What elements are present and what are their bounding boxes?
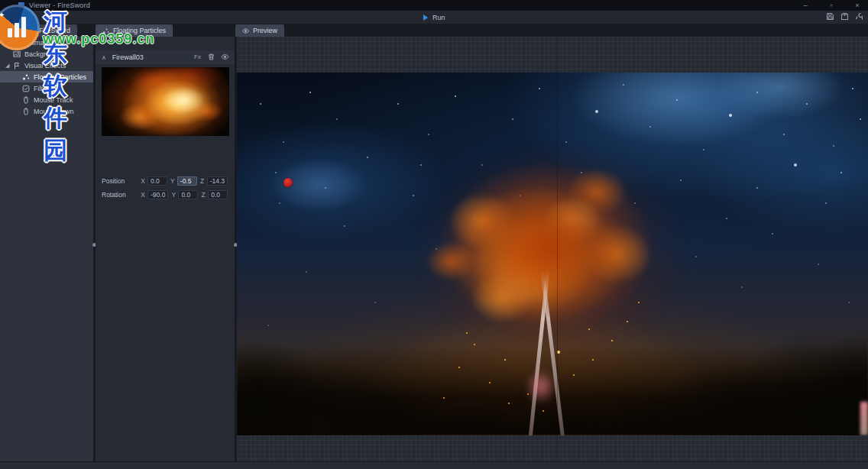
scene-render-fire-bonfire <box>237 73 868 435</box>
axis-x-label: X <box>140 177 146 185</box>
axis-z-label: Z <box>199 177 206 185</box>
tree-item-filter[interactable]: Filter <box>0 82 93 94</box>
layer-actions: Fx <box>193 53 229 61</box>
tree-item-animation[interactable]: Animation <box>0 37 93 48</box>
tree-item-label: Mouse Down <box>34 108 74 115</box>
layer-thumbnail[interactable] <box>102 67 229 136</box>
tab-floating-particles[interactable]: Floating Particles <box>96 24 173 37</box>
position-z-field[interactable]: -14.3 <box>207 176 228 186</box>
fx-icon[interactable]: Fx <box>193 53 202 61</box>
tree-item-visual-effects[interactable]: ◢ Visual Effects <box>0 60 93 71</box>
close-button[interactable]: × <box>853 0 862 11</box>
play-icon <box>423 15 428 21</box>
maximize-button[interactable]: ▫ <box>827 0 836 11</box>
tab-preview-label: Preview <box>253 27 277 34</box>
trash-icon[interactable] <box>207 53 215 61</box>
tree-item-label: Visual Effects <box>24 62 66 70</box>
tree-item-background[interactable]: Background <box>0 48 93 60</box>
edge-flame <box>860 402 868 435</box>
file-icon <box>28 27 35 34</box>
titlebar: Viewer - FireSword – ▫ × <box>0 0 868 11</box>
app-window: Viewer - FireSword – ▫ × Run <box>0 0 868 469</box>
tree-item-floating-particles[interactable]: Floating Particles <box>0 71 93 82</box>
run-button[interactable]: Run <box>417 11 452 23</box>
app-icon <box>18 2 24 8</box>
axis-x-label: X <box>140 191 146 199</box>
visibility-eye-icon[interactable] <box>221 53 229 61</box>
filter-icon <box>22 85 30 92</box>
mouse-icon <box>22 96 30 104</box>
rotation-row: Rotation X -90.0 Y 0.0 Z 0.0 <box>102 189 230 200</box>
ember-sparks <box>237 73 238 74</box>
tree-item-label: Animation <box>24 39 55 47</box>
position-y-field[interactable]: -0.5 <box>177 176 197 186</box>
tab-project-label: FireSword <box>39 27 70 34</box>
rotation-x-field[interactable]: -90.0 <box>147 190 168 199</box>
layer-inspector-panel: ∧ Firewall03 Fx Position X 0.0 <box>96 37 235 461</box>
tree-item-label: Floating Particles <box>34 73 86 81</box>
position-label: Position <box>102 177 140 185</box>
toolbar: Run <box>0 11 868 24</box>
save-icon[interactable] <box>826 12 834 21</box>
particles-icon <box>102 27 109 34</box>
rotation-label: Rotation <box>102 191 140 199</box>
rotation-z-field[interactable]: 0.0 <box>208 190 228 199</box>
window-controls: – ▫ × <box>801 0 865 11</box>
eye-icon <box>242 27 249 34</box>
collapse-icon[interactable]: ∧ <box>102 54 106 61</box>
rotation-y-field[interactable]: 0.0 <box>178 190 198 199</box>
tool-icon[interactable] <box>855 12 863 21</box>
tripod-pink-glow <box>526 369 556 404</box>
thumbnail-fire-image <box>102 67 229 136</box>
status-bar <box>0 461 868 469</box>
package-icon[interactable] <box>840 12 849 21</box>
flag-icon <box>13 62 21 70</box>
axis-y-label: Y <box>170 177 176 185</box>
viewport-guide-line <box>557 37 558 461</box>
tree-item-mouse-track[interactable]: Mouse Track <box>0 94 93 105</box>
scene-tree: Animation Background ◢ Visual Effects <box>0 37 93 117</box>
toolbar-right-icons <box>826 12 863 21</box>
mouse-icon <box>22 108 30 115</box>
axis-y-label: Y <box>170 191 177 199</box>
tree-item-label: Mouse Track <box>34 96 73 104</box>
position-x-field[interactable]: 0.0 <box>147 176 167 186</box>
layer-name: Firewall03 <box>112 53 144 61</box>
tree-item-label: Background <box>24 50 61 58</box>
scene-tree-panel: Animation Background ◢ Visual Effects <box>0 37 93 461</box>
main-area: Animation Background ◢ Visual Effects <box>0 37 868 461</box>
tab-editor-label: Floating Particles <box>113 27 166 34</box>
tab-strip: FireSword Floating Particles Preview <box>0 24 868 37</box>
position-row: Position X 0.0 Y -0.5 Z -14.3 <box>102 176 230 186</box>
particles-icon <box>22 73 30 81</box>
tree-item-label: Filter <box>34 85 49 92</box>
film-icon <box>13 39 21 47</box>
image-icon <box>13 50 21 58</box>
highlighted-cursor <box>283 178 293 187</box>
run-button-label: Run <box>432 14 445 21</box>
tree-item-mouse-down[interactable]: Mouse Down <box>0 105 93 117</box>
expander-icon[interactable]: ◢ <box>5 63 9 68</box>
minimize-button[interactable]: – <box>801 0 810 11</box>
preview-viewport[interactable] <box>237 37 868 461</box>
window-title: Viewer - FireSword <box>29 2 90 9</box>
layer-header[interactable]: ∧ Firewall03 Fx <box>96 50 235 64</box>
axis-z-label: Z <box>200 191 206 199</box>
tab-preview[interactable]: Preview <box>235 24 284 37</box>
tab-project[interactable]: FireSword <box>21 24 77 37</box>
